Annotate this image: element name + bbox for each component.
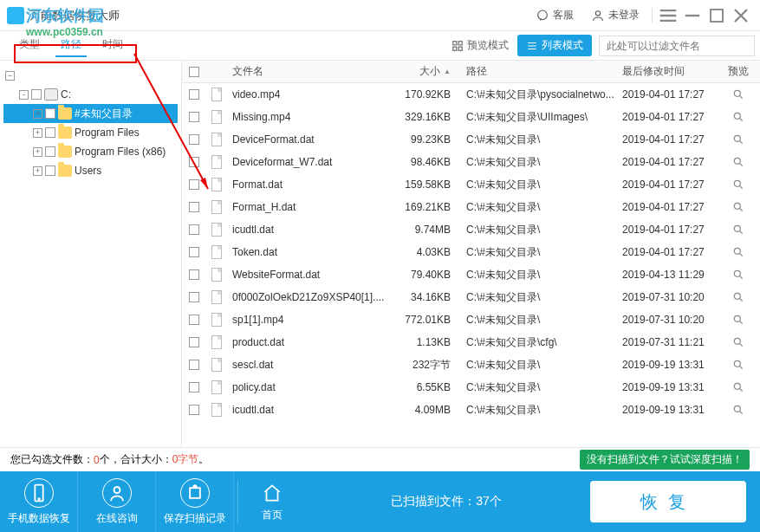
table-row[interactable]: icudtl.dat9.74MBC:\#未知父目录\2019-04-01 17:… [182,218,760,241]
cell-preview[interactable] [721,381,756,393]
tree-checkbox[interactable] [45,108,55,119]
row-checkbox[interactable] [189,202,199,212]
row-checkbox[interactable] [189,89,199,100]
magnifier-icon [732,291,744,303]
cell-preview[interactable] [721,88,756,101]
table-row[interactable]: WebsiteFormat.dat79.40KBC:\#未知父目录\2019-0… [182,263,760,286]
list-mode-button[interactable]: 列表模式 [517,35,592,56]
cell-date: 2019-07-31 10:20 [617,291,721,303]
expand-icon[interactable]: + [33,128,42,138]
table-row[interactable]: Missing.mp4329.16KBC:\#未知父目录\UIImages\20… [182,106,760,128]
cell-preview[interactable] [721,156,756,168]
table-row[interactable]: 0f000ZolOekD21Zo9XSP40[1]....34.16KBC:\#… [182,286,760,308]
online-consult-button[interactable]: 在线咨询 [78,471,156,532]
expand-icon[interactable]: + [33,109,42,119]
list-icon [526,40,538,52]
maximize-button[interactable] [705,3,729,28]
row-checkbox[interactable] [189,224,199,235]
table-row[interactable]: Format.dat159.58KBC:\#未知父目录\2019-04-01 1… [182,173,760,196]
row-checkbox[interactable] [189,382,199,393]
cell-name: WebsiteFormat.dat [227,269,392,281]
table-row[interactable]: product.dat1.13KBC:\#未知父目录\cfg\2019-07-3… [182,331,760,354]
tree-checkbox[interactable] [45,165,55,176]
expand-icon[interactable]: − [5,71,15,81]
cell-preview[interactable] [721,269,756,281]
login-button[interactable]: 未登录 [582,4,648,26]
tree-item[interactable]: +Program Files [3,123,178,142]
tree-checkbox[interactable] [45,146,55,157]
table-row[interactable]: icudtl.dat4.09MBC:\#未知父目录\2019-09-19 13:… [182,399,760,421]
filter-input[interactable] [599,36,755,56]
cell-preview[interactable] [721,201,756,213]
expand-icon[interactable]: + [33,147,42,157]
tree-item[interactable]: -C: [3,85,178,104]
table-row[interactable]: Deviceformat_W7.dat98.46KBC:\#未知父目录\2019… [182,151,760,173]
cell-preview[interactable] [721,404,756,416]
cell-preview[interactable] [721,314,756,326]
magnifier-icon [732,314,744,326]
col-name[interactable]: 文件名 [227,64,392,79]
table-row[interactable]: policy.dat6.55KBC:\#未知父目录\2019-09-19 13:… [182,376,760,399]
cell-preview[interactable] [721,224,756,236]
save-scan-label: 保存扫描记录 [164,511,226,526]
row-checkbox[interactable] [189,292,199,302]
table-row[interactable]: DeviceFormat.dat99.23KBC:\#未知父目录\2019-04… [182,128,760,151]
deep-scan-button[interactable]: 没有扫描到文件？试试深度扫描！ [580,450,750,470]
minimize-button[interactable] [680,3,705,28]
tree-item[interactable]: +Users [3,161,178,180]
table-row[interactable]: sp1[1].mp4772.01KBC:\#未知父目录\2019-07-31 1… [182,308,760,331]
table-row[interactable]: Format_H.dat169.21KBC:\#未知父目录\2019-04-01… [182,196,760,218]
preview-mode-button[interactable]: 预览模式 [443,35,517,56]
table-row[interactable]: sescl.dat232字节C:\#未知父目录\2019-09-19 13:31 [182,354,760,376]
cell-preview[interactable] [721,178,756,191]
menu-button[interactable] [656,3,680,28]
cell-path: C:\#未知父目录\ [461,200,617,215]
tree-checkbox[interactable] [45,127,55,138]
tree-item[interactable]: +#未知父目录 [3,104,178,123]
row-checkbox[interactable] [189,247,199,257]
phone-recovery-button[interactable]: 手机数据恢复 [0,471,78,532]
magnifier-icon [732,156,744,168]
col-size[interactable]: 大小▲ [392,64,461,79]
row-checkbox[interactable] [189,157,199,167]
tab-path[interactable]: 路径 [55,34,87,57]
row-checkbox[interactable] [189,269,199,280]
cell-date: 2019-09-19 13:31 [617,381,721,393]
tab-time[interactable]: 时间 [97,34,128,57]
file-icon [211,88,222,101]
row-checkbox[interactable] [189,179,199,190]
expand-icon[interactable]: - [19,90,29,100]
cell-preview[interactable] [721,336,756,348]
row-checkbox[interactable] [189,360,199,370]
table-row[interactable]: video.mp4170.92KBC:\#未知父目录\pysocialnetwo… [182,83,760,106]
col-path[interactable]: 路径 [461,64,617,79]
col-check[interactable] [182,67,206,77]
row-checkbox[interactable] [189,134,199,145]
cell-preview[interactable] [721,291,756,303]
cell-size: 159.58KB [392,178,461,191]
tree-checkbox[interactable] [31,89,42,100]
cell-name: icudtl.dat [227,224,392,236]
row-checkbox[interactable] [189,337,199,347]
magnifier-icon [732,404,744,416]
cell-preview[interactable] [721,359,756,371]
cell-preview[interactable] [721,246,756,258]
cell-preview[interactable] [721,111,756,123]
recover-button[interactable]: 恢复 [590,481,746,522]
cell-name: icudtl.dat [227,404,392,416]
cell-path: C:\#未知父目录\pysocialnetwo... [461,88,617,102]
home-button[interactable]: 首页 [242,482,302,522]
row-checkbox[interactable] [189,112,199,122]
tree-item[interactable]: +Program Files (x86) [3,142,178,161]
expand-icon[interactable]: + [33,166,42,176]
save-scan-button[interactable]: 保存扫描记录 [156,471,234,532]
close-button[interactable] [729,3,753,28]
cell-preview[interactable] [721,133,756,146]
tree-root[interactable]: − [3,66,178,85]
row-checkbox[interactable] [189,315,199,325]
col-date[interactable]: 最后修改时间 [617,64,721,79]
customer-service-button[interactable]: 客服 [527,4,582,26]
table-row[interactable]: Token.dat4.03KBC:\#未知父目录\2019-04-01 17:2… [182,241,760,263]
row-checkbox[interactable] [189,405,199,415]
tab-type[interactable]: 类型 [14,34,45,57]
